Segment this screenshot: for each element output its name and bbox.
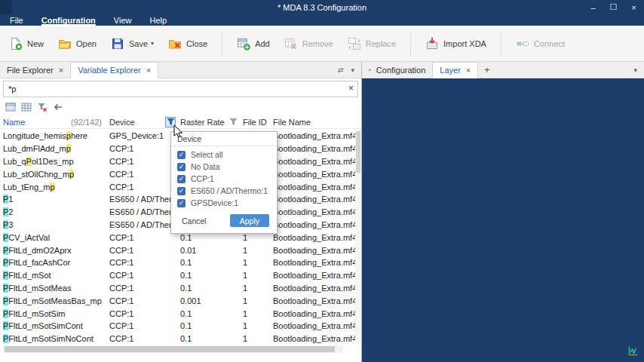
edit-filter-icon bbox=[37, 102, 48, 112]
layer-panel: ▪ Configuration Layer × + ▾ bbox=[362, 62, 644, 362]
raster-rate-cell: 0.1 bbox=[177, 321, 240, 330]
window-title: * MDA 8.3 Configuration bbox=[0, 3, 644, 12]
grid-view-button[interactable] bbox=[21, 102, 32, 112]
toolbar-button-label: Remove bbox=[302, 39, 333, 48]
tab-layer[interactable]: Layer × bbox=[432, 62, 478, 78]
swap-panel-icon[interactable]: ⇄ bbox=[338, 66, 344, 74]
table-row[interactable]: PFltLd_facAshCorCCP:10.11Bootloading_Ext… bbox=[0, 256, 355, 269]
column-header-file-id[interactable]: File ID bbox=[240, 118, 270, 127]
table-row[interactable]: PFltLd_mSotSimNoContCCP:10.11Bootloading… bbox=[0, 333, 355, 345]
menu-view[interactable]: View bbox=[114, 14, 132, 26]
filter-option-label: No Data bbox=[191, 162, 220, 171]
filter-popup-buttons: Cancel Apply bbox=[171, 210, 277, 233]
name-cell: PFltLd_mSotSimNoCont bbox=[0, 334, 106, 343]
name-text: 2 bbox=[8, 207, 13, 216]
close-layer-tab-icon[interactable]: × bbox=[466, 66, 471, 75]
minimize-button[interactable]: – bbox=[583, 0, 603, 14]
back-arrow-icon bbox=[53, 102, 63, 112]
grid-view-icon bbox=[21, 102, 32, 112]
name-text: FltLd_mSotMeas bbox=[8, 284, 71, 293]
toolbar: NewOpenSave▾CloseAddRemoveReplaceImport … bbox=[0, 26, 644, 62]
connect-plug-icon bbox=[516, 37, 529, 51]
menu-help[interactable]: Help bbox=[150, 14, 167, 26]
file-name-cell: Bootloading_Extra.mf4 bbox=[270, 271, 355, 280]
column-header-file-name[interactable]: File Name bbox=[270, 118, 361, 127]
back-arrow-button[interactable] bbox=[53, 102, 63, 112]
filter-option[interactable]: ✓Select all bbox=[171, 149, 277, 161]
table-row[interactable]: PFltLd_mSotSimContCCP:10.11Bootloading_E… bbox=[0, 320, 355, 333]
tab-file-explorer[interactable]: File Explorer× bbox=[0, 62, 70, 78]
name-text: Lub_stOilChng_m bbox=[3, 170, 69, 179]
file-name-cell: Bootloading_Extra.mf4 bbox=[270, 246, 355, 255]
name-text: Lub_dmFlAdd_m bbox=[3, 144, 66, 153]
toolbar-button-label: New bbox=[27, 39, 44, 48]
checkbox-icon[interactable]: ✓ bbox=[177, 187, 186, 195]
filter-option[interactable]: ✓No Data bbox=[171, 161, 277, 173]
column-header-raster-rate[interactable]: Raster Rate bbox=[177, 117, 240, 127]
cancel-button[interactable]: Cancel bbox=[182, 216, 207, 225]
explorer-tabbar-tabs: File Explorer×Variable Explorer× bbox=[0, 62, 158, 78]
explorer-tabbar-icons: ⇄ ▾ bbox=[331, 62, 361, 78]
table-row[interactable]: PFltLd_mSotSimCCP:10.11Bootloading_Extra… bbox=[0, 307, 355, 320]
titlebar[interactable]: * MDA 8.3 Configuration – ☐ × bbox=[0, 0, 644, 14]
layer-dropdown-icon[interactable]: ▾ bbox=[633, 66, 637, 74]
clear-search-icon[interactable]: × bbox=[348, 83, 354, 94]
save-dropdown-caret-icon[interactable]: ▾ bbox=[151, 40, 154, 47]
raster-rate-cell: 0.1 bbox=[177, 258, 240, 267]
signal-preview-icon[interactable] bbox=[627, 345, 639, 357]
table-horizontal-scrollbar[interactable] bbox=[3, 345, 343, 353]
save-button[interactable]: Save▾ bbox=[111, 37, 154, 51]
apply-button[interactable]: Apply bbox=[230, 214, 269, 227]
raster-rate-filter-funnel-icon[interactable] bbox=[228, 117, 238, 127]
checkbox-icon[interactable]: ✓ bbox=[177, 151, 186, 159]
save-icon bbox=[111, 37, 124, 51]
edit-filter-button[interactable] bbox=[37, 102, 48, 112]
checkbox-icon[interactable]: ✓ bbox=[177, 163, 186, 171]
list-view-button[interactable] bbox=[5, 102, 16, 112]
raster-rate-cell: 0.1 bbox=[177, 233, 240, 242]
name-cell: Lub_qPol1Des_mp bbox=[0, 157, 106, 166]
tab-variable-explorer[interactable]: Variable Explorer× bbox=[70, 62, 158, 78]
raster-rate-cell: 0.1 bbox=[177, 271, 240, 280]
column-header-device[interactable]: Device bbox=[106, 117, 177, 127]
filter-option[interactable]: ✓GPSDevice:1 bbox=[171, 197, 277, 209]
close-window-button[interactable]: × bbox=[624, 0, 644, 14]
checkbox-icon[interactable]: ✓ bbox=[177, 199, 186, 207]
vertical-scrollbar-thumb[interactable] bbox=[356, 131, 360, 173]
maximize-button[interactable]: ☐ bbox=[603, 0, 624, 14]
horizontal-scrollbar-thumb[interactable] bbox=[5, 346, 335, 352]
new-button[interactable]: New bbox=[9, 37, 44, 51]
close-tab-icon[interactable]: × bbox=[146, 66, 151, 75]
filter-option[interactable]: ✓ES650 / AD/Thermo:1 bbox=[171, 185, 277, 197]
view-toolbar bbox=[0, 100, 361, 115]
table-row[interactable]: PFltLd_mSotMeasCCP:10.11Bootloading_Extr… bbox=[0, 282, 355, 295]
close-button[interactable]: Close bbox=[168, 37, 207, 51]
table-vertical-scrollbar[interactable] bbox=[355, 130, 361, 344]
file-name-cell: Bootloading_Extra.mf4 bbox=[270, 157, 355, 166]
search-input[interactable] bbox=[3, 81, 358, 97]
name-cell: Lub_dmFlAdd_mp bbox=[0, 144, 106, 153]
toolbar-button-label: Open bbox=[76, 39, 97, 48]
menu-file[interactable]: File bbox=[10, 14, 23, 26]
new-tab-button[interactable]: + bbox=[478, 62, 495, 78]
raster-rate-column-label: Raster Rate bbox=[180, 118, 225, 127]
close-folder-icon bbox=[168, 37, 182, 51]
import-xda-button[interactable]: Import XDA bbox=[425, 37, 486, 51]
column-header-name[interactable]: Name (92/142) bbox=[0, 118, 106, 127]
table-row[interactable]: PFltLd_mSotCCP:10.11Bootloading_Extra.mf… bbox=[0, 269, 355, 282]
tab-list-dropdown-icon[interactable]: ▾ bbox=[351, 66, 354, 74]
checkbox-icon[interactable]: ✓ bbox=[177, 175, 186, 183]
table-row[interactable]: PFltLd_mSotMeasBas_mpCCP:10.0011Bootload… bbox=[0, 294, 355, 307]
open-button[interactable]: Open bbox=[58, 37, 97, 51]
tab-configuration[interactable]: ▪ Configuration bbox=[362, 62, 432, 78]
device-filter-popup: Device ✓Select all✓No Data✓CCP:1✓ES650 /… bbox=[170, 131, 278, 234]
table-row[interactable]: PFltLd_dmO2AprxCCP:10.011Bootloading_Ext… bbox=[0, 244, 355, 256]
replace-grid-icon bbox=[348, 37, 361, 51]
name-text: Lub_q bbox=[3, 157, 26, 166]
file-name-cell: Bootloading_Extra.mf4 bbox=[270, 131, 355, 140]
filter-option[interactable]: ✓CCP:1 bbox=[171, 173, 277, 185]
file-name-cell: Bootloading_Extra.mf4 bbox=[270, 233, 355, 242]
close-tab-icon[interactable]: × bbox=[59, 66, 63, 75]
add-button[interactable]: Add bbox=[237, 37, 270, 51]
menu-configuration[interactable]: Configuration bbox=[41, 14, 96, 26]
